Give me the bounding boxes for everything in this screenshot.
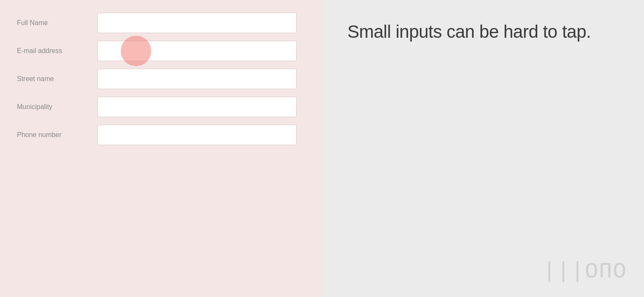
full-name-label: Full Name bbox=[17, 19, 97, 27]
municipality-row: Municipality bbox=[17, 97, 305, 117]
left-panel: Full Name E-mail address Street name Mun… bbox=[0, 0, 322, 297]
municipality-label: Municipality bbox=[17, 103, 97, 111]
email-row: E-mail address bbox=[17, 41, 305, 61]
phone-number-input[interactable] bbox=[97, 125, 297, 145]
email-label: E-mail address bbox=[17, 47, 97, 55]
full-name-input[interactable] bbox=[97, 13, 297, 33]
logo-container: |||ОПО bbox=[543, 259, 627, 284]
phone-number-label: Phone number bbox=[17, 131, 97, 139]
full-name-row: Full Name bbox=[17, 13, 305, 33]
municipality-input[interactable] bbox=[97, 97, 297, 117]
phone-number-row: Phone number bbox=[17, 125, 305, 145]
email-input[interactable] bbox=[97, 41, 297, 61]
right-panel: Small inputs can be hard to tap. |||ОПО bbox=[322, 0, 644, 297]
street-name-row: Street name bbox=[17, 69, 305, 89]
street-name-input[interactable] bbox=[97, 69, 297, 89]
form-container: Full Name E-mail address Street name Mun… bbox=[0, 13, 322, 153]
street-name-label: Street name bbox=[17, 75, 97, 83]
tagline-text: Small inputs can be hard to tap. bbox=[347, 21, 591, 42]
logo-text: |||ОПО bbox=[543, 259, 627, 284]
